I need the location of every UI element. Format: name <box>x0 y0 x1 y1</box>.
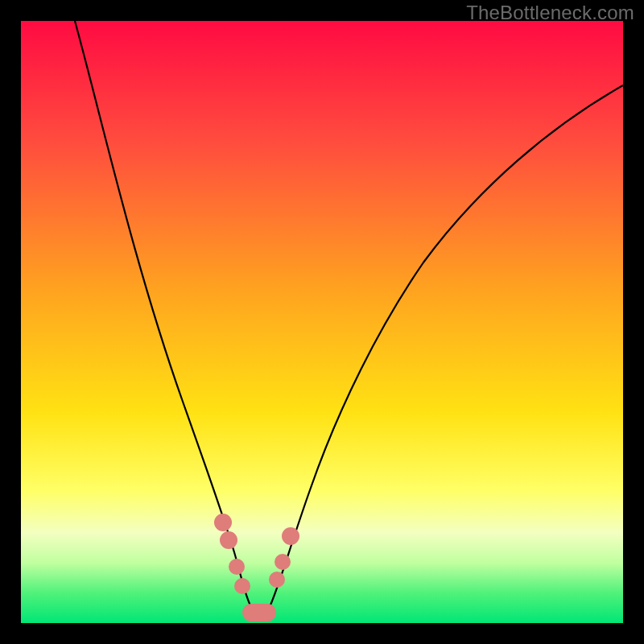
svg-point-5 <box>275 554 291 570</box>
gradient-background <box>21 21 623 623</box>
chart-svg <box>21 21 623 623</box>
curve-min-marker <box>242 604 276 621</box>
svg-point-3 <box>234 578 250 594</box>
svg-point-0 <box>214 514 232 531</box>
svg-point-2 <box>229 559 245 575</box>
svg-point-6 <box>282 527 299 545</box>
svg-point-1 <box>220 531 237 549</box>
watermark-text: TheBottleneck.com <box>466 2 634 24</box>
svg-point-4 <box>269 572 285 588</box>
